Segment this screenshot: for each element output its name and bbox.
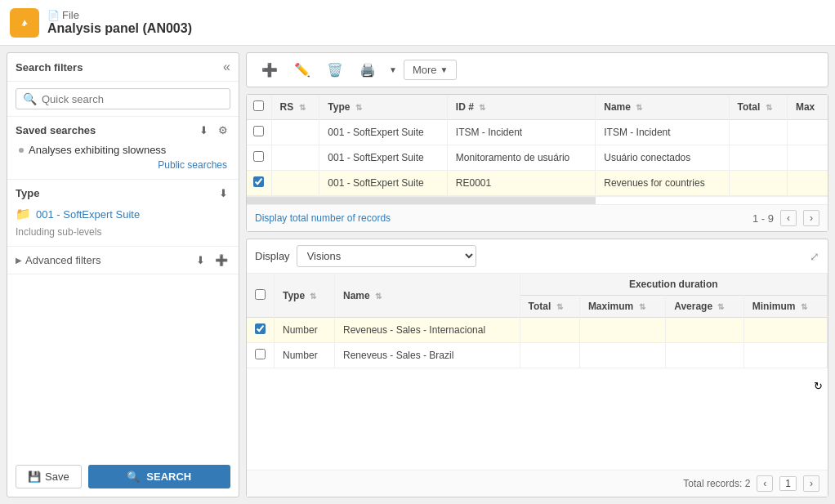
row-checkbox-cell [247, 171, 271, 196]
horizontal-scrollbar[interactable] [247, 196, 828, 204]
display-bar: Display Visions ⤢ [247, 239, 828, 274]
folder-item[interactable]: 📁 001 - SoftExpert Suite [16, 205, 230, 223]
row-checkbox[interactable] [253, 176, 264, 187]
top-table: RS ⇅ Type ⇅ ID # ⇅ Name ⇅ Total ⇅ Max [247, 95, 828, 196]
cell-total [729, 145, 787, 171]
cell-max [787, 120, 828, 145]
th-name: Name ⇅ [596, 95, 729, 120]
print-button[interactable]: 🖨️ [353, 58, 382, 82]
right-panel: ➕ ✏️ 🗑️ 🖨️ ▼ More ▼ [246, 52, 828, 497]
advanced-section: ▶ Advanced filters ⬇ ➕ [7, 247, 239, 274]
cell-rs [271, 171, 319, 196]
table-row[interactable]: 001 - SoftExpert Suite RE0001 Revenues f… [247, 171, 828, 196]
page-prev-btn[interactable]: ‹ [780, 210, 797, 226]
bottom-cell-total [520, 343, 579, 368]
sort-icon-type: ⇅ [355, 103, 362, 112]
collapse-button[interactable]: « [223, 60, 230, 74]
sort-icon-btotal: ⇅ [556, 302, 563, 311]
dot-icon [19, 148, 24, 153]
bottom-th-type: Type ⇅ [275, 274, 335, 318]
print-dropdown-btn[interactable]: ▼ [386, 61, 400, 78]
folder-icon: 📁 [16, 207, 31, 221]
bottom-cell-name: Reveneus - Sales - Internacional [334, 318, 520, 343]
saved-search-item[interactable]: Analyses exhibiting slowness [16, 142, 230, 158]
bottom-cell-avg [666, 343, 744, 368]
select-all-checkbox[interactable] [253, 100, 264, 111]
saved-searches-section: Saved searches ⬇ ⚙ Analyses exhibiting s… [7, 117, 239, 180]
advanced-header: ▶ Advanced filters ⬇ ➕ [16, 253, 230, 267]
download-icon-btn[interactable]: ⬇ [197, 123, 211, 137]
saved-searches-header: Saved searches ⬇ ⚙ [16, 123, 230, 137]
bottom-table-container: Type ⇅ Name ⇅ Execution duration Total ⇅… [247, 274, 828, 497]
bottom-row-checkbox[interactable] [255, 349, 266, 359]
bottom-row-checkbox[interactable] [255, 323, 266, 334]
sort-icon-rs: ⇅ [299, 103, 306, 112]
search-filters-header: Search filters « [7, 53, 239, 82]
app-logo [10, 8, 39, 38]
sort-icon-total: ⇅ [766, 103, 772, 112]
bottom-table-row[interactable]: Number Reneveus - Sales - Brazil [247, 343, 828, 368]
bottom-table-row[interactable]: Number Reveneus - Sales - Internacional [247, 318, 828, 343]
cell-total [729, 120, 787, 145]
display-label: Display [255, 250, 290, 262]
page-next-btn[interactable]: › [803, 210, 819, 226]
bottom-cell-max [579, 318, 665, 343]
adv-download-btn[interactable]: ⬇ [194, 253, 208, 267]
bottom-th-max: Maximum ⇅ [579, 296, 665, 318]
page-title: Analysis panel (AN003) [47, 21, 192, 36]
more-button[interactable]: More ▼ [404, 60, 458, 80]
toolbar: ➕ ✏️ 🗑️ 🖨️ ▼ More ▼ [246, 52, 828, 87]
search-btn-icon: 🔍 [127, 471, 140, 483]
type-download-btn[interactable]: ⬇ [217, 186, 230, 200]
cell-rs [271, 120, 319, 145]
display-select[interactable]: Visions [297, 245, 476, 267]
adv-add-btn[interactable]: ➕ [212, 253, 230, 267]
bottom-th-min: Minimum ⇅ [743, 296, 827, 318]
public-searches-link[interactable]: Public searches [16, 158, 230, 172]
bottom-th-check [247, 274, 275, 318]
sort-icon-bavg: ⇅ [717, 302, 724, 311]
bottom-select-all[interactable] [255, 289, 266, 300]
row-checkbox-cell [247, 145, 271, 171]
row-checkbox[interactable] [253, 151, 264, 162]
sort-icon-name: ⇅ [636, 103, 642, 112]
table-row[interactable]: 001 - SoftExpert Suite ITSM - Incident I… [247, 120, 828, 145]
sort-icon-bname: ⇅ [375, 292, 382, 301]
app-header: 📄 File Analysis panel (AN003) [0, 0, 835, 46]
bottom-table: Type ⇅ Name ⇅ Execution duration Total ⇅… [247, 274, 828, 368]
bottom-cell-max [579, 343, 665, 368]
delete-button[interactable]: 🗑️ [320, 58, 350, 82]
top-table-wrap: RS ⇅ Type ⇅ ID # ⇅ Name ⇅ Total ⇅ Max [247, 95, 828, 196]
display-total-link[interactable]: Display total number of records [255, 212, 391, 224]
bottom-actions: 💾 Save 🔍 SEARCH [7, 457, 239, 497]
top-table-area: RS ⇅ Type ⇅ ID # ⇅ Name ⇅ Total ⇅ Max [246, 94, 828, 232]
settings-icon-btn[interactable]: ⚙ [216, 123, 230, 137]
table-row[interactable]: 001 - SoftExpert Suite Monitoramento de … [247, 145, 828, 171]
bottom-page-next-btn[interactable]: › [803, 475, 819, 492]
bottom-table-wrap: Type ⇅ Name ⇅ Execution duration Total ⇅… [247, 274, 828, 470]
cell-max [787, 145, 828, 171]
advanced-label[interactable]: ▶ Advanced filters [16, 254, 101, 266]
row-checkbox[interactable] [253, 126, 264, 136]
add-button[interactable]: ➕ [255, 58, 284, 82]
expand-icon[interactable]: ⤢ [810, 250, 819, 263]
search-filters-title: Search filters [16, 61, 83, 74]
edit-button[interactable]: ✏️ [288, 58, 317, 82]
folder-label: 001 - SoftExpert Suite [36, 208, 140, 221]
header-title-group: 📄 File Analysis panel (AN003) [47, 9, 192, 36]
cell-max [787, 171, 828, 196]
search-input[interactable] [42, 93, 223, 105]
save-button[interactable]: 💾 Save [16, 465, 82, 488]
cell-name: ITSM - Incident [596, 120, 729, 145]
sort-icon-bmin: ⇅ [801, 302, 807, 311]
saved-searches-title: Saved searches [16, 124, 96, 136]
more-dropdown-icon: ▼ [440, 65, 449, 74]
bottom-th-total: Total ⇅ [520, 296, 579, 318]
header-checkbox-col [247, 95, 271, 120]
cell-id: Monitoramento de usuário [447, 145, 595, 171]
search-button[interactable]: 🔍 SEARCH [88, 465, 230, 488]
bottom-cell-type: Number [275, 343, 335, 368]
bottom-cell-total [520, 318, 579, 343]
refresh-icon[interactable]: ↻ [814, 379, 823, 391]
bottom-page-prev-btn[interactable]: ‹ [757, 475, 773, 492]
